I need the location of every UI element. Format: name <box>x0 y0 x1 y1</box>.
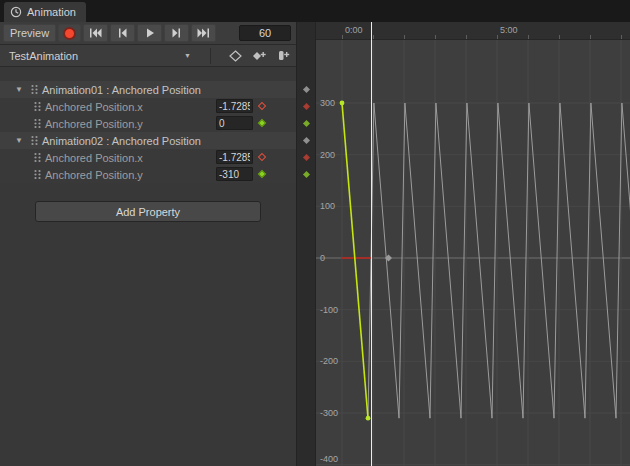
goto-end-button[interactable] <box>191 24 216 42</box>
property-row[interactable]: Anchored Position.y <box>0 166 296 183</box>
ruler-tick <box>466 35 467 39</box>
svg-text:-100: -100 <box>320 305 338 315</box>
tab-label: Animation <box>27 6 76 18</box>
property-value-field[interactable] <box>216 116 253 130</box>
add-event-icon <box>276 50 290 62</box>
animated-property-icon <box>33 101 42 112</box>
keyframe-button[interactable] <box>223 47 247 65</box>
frame-field[interactable] <box>239 25 291 41</box>
property-label: Anchored Position.y <box>45 169 143 181</box>
animated-property-icon <box>33 118 42 129</box>
property-group-row[interactable]: ▼Animation01 : Anchored Position <box>0 81 296 98</box>
svg-text:100: 100 <box>320 201 335 211</box>
property-value-field[interactable] <box>216 150 253 164</box>
property-group-label: Animation01 : Anchored Position <box>42 84 201 96</box>
clip-toolbar: TestAnimation ▼ <box>0 45 296 67</box>
animated-property-icon <box>30 84 39 95</box>
keyframe-diamond[interactable] <box>258 102 266 110</box>
ruler-tick <box>497 35 498 39</box>
curve-margin <box>296 22 316 466</box>
margin-key-diamond <box>303 86 310 93</box>
animated-property-icon <box>30 135 39 146</box>
preview-button[interactable]: Preview <box>3 24 56 42</box>
margin-key-diamond <box>303 137 310 144</box>
curve-editor[interactable]: 3002001000-100-200-300-400 0:005:00 <box>316 22 630 466</box>
foldout-icon[interactable]: ▼ <box>15 132 25 149</box>
ruler-tick <box>528 35 529 39</box>
ruler-tick <box>435 35 436 39</box>
property-row[interactable]: Anchored Position.y <box>0 115 296 132</box>
margin-key-diamond <box>303 154 310 161</box>
svg-text:0: 0 <box>320 253 325 263</box>
tab-animation[interactable]: Animation <box>4 2 86 22</box>
clip-dropdown-label: TestAnimation <box>9 50 78 62</box>
property-row[interactable]: Anchored Position.x <box>0 149 296 166</box>
svg-text:-200: -200 <box>320 356 338 366</box>
prev-frame-icon <box>117 28 128 38</box>
toolbar-separator <box>210 48 211 64</box>
ruler-tick <box>342 35 343 39</box>
margin-key-diamond <box>303 103 310 110</box>
property-value-field[interactable] <box>216 167 253 181</box>
margin-key-diamond <box>303 120 310 127</box>
svg-text:-400: -400 <box>320 454 338 464</box>
time-label: 5:00 <box>500 25 518 35</box>
property-label: Anchored Position.x <box>45 101 143 113</box>
goto-end-icon <box>197 28 210 38</box>
keyframe-diamond-icon <box>229 50 242 62</box>
record-button[interactable] <box>58 24 81 42</box>
property-row[interactable]: Anchored Position.x <box>0 98 296 115</box>
goto-begin-button[interactable] <box>83 24 108 42</box>
keyframe-diamond[interactable] <box>258 170 266 178</box>
svg-text:200: 200 <box>320 150 335 160</box>
play-button[interactable] <box>137 24 162 42</box>
property-group-row[interactable]: ▼Animation02 : Anchored Position <box>0 132 296 149</box>
foldout-icon[interactable]: ▼ <box>15 81 25 98</box>
property-group-label: Animation02 : Anchored Position <box>42 135 201 147</box>
clip-dropdown[interactable]: TestAnimation ▼ <box>2 47 198 65</box>
add-keyframe-icon <box>252 50 266 62</box>
ruler-tick <box>404 35 405 39</box>
next-frame-icon <box>171 28 182 38</box>
svg-text:300: 300 <box>320 98 335 108</box>
playback-toolbar: Preview <box>0 22 296 45</box>
ruler-tick <box>621 35 622 39</box>
property-label: Anchored Position.x <box>45 152 143 164</box>
goto-begin-icon <box>89 28 102 38</box>
timeline-ruler[interactable]: 0:005:00 <box>316 22 630 40</box>
animated-property-icon <box>33 169 42 180</box>
add-event-button[interactable] <box>271 47 295 65</box>
property-label: Anchored Position.y <box>45 118 143 130</box>
curves-canvas[interactable]: 3002001000-100-200-300-400 <box>316 22 630 466</box>
record-icon <box>63 27 76 40</box>
ruler-tick <box>559 35 560 39</box>
keyframe-diamond[interactable] <box>258 119 266 127</box>
prev-frame-button[interactable] <box>110 24 135 42</box>
keyframe-diamond[interactable] <box>258 153 266 161</box>
time-label: 0:00 <box>345 25 363 35</box>
property-value-field[interactable] <box>216 99 253 113</box>
tab-bar: Animation <box>0 0 630 22</box>
ruler-tick <box>590 35 591 39</box>
play-icon <box>145 28 155 38</box>
animated-property-icon <box>33 152 42 163</box>
chevron-down-icon: ▼ <box>184 52 191 59</box>
property-list: ▼Animation01 : Anchored PositionAnchored… <box>0 81 296 183</box>
next-frame-button[interactable] <box>164 24 189 42</box>
svg-text:-300: -300 <box>320 408 338 418</box>
clock-icon <box>10 6 22 18</box>
margin-key-diamond <box>303 171 310 178</box>
playhead[interactable] <box>371 22 372 466</box>
add-property-button[interactable]: Add Property <box>35 201 261 222</box>
ruler-tick <box>373 35 374 39</box>
add-keyframe-button[interactable] <box>247 47 271 65</box>
